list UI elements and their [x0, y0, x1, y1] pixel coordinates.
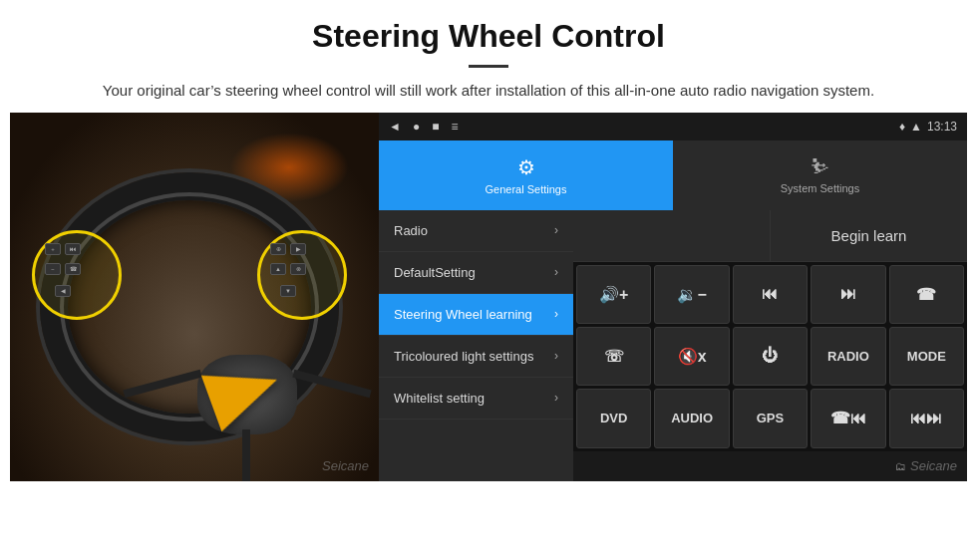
begin-learn-button[interactable]: Begin learn: [770, 210, 967, 261]
left-menu: Radio › DefaultSetting › Steering Wheel …: [379, 210, 573, 481]
ctrl-power[interactable]: ⏻: [733, 327, 808, 386]
menu-item-default-setting[interactable]: DefaultSetting ›: [379, 252, 573, 294]
audio-label: AUDIO: [671, 411, 713, 425]
status-bar-left: ◄ ● ■ ≡: [389, 120, 458, 134]
page-header: Steering Wheel Control Your original car…: [0, 0, 977, 113]
gps-label: GPS: [757, 411, 784, 425]
bottom-bar: 🗂 Seicane: [573, 451, 967, 481]
begin-learn-empty: [573, 210, 770, 261]
ctrl-dvd[interactable]: DVD: [576, 389, 651, 447]
system-icon: ⛷: [811, 155, 830, 178]
chevron-icon: ›: [554, 307, 558, 321]
sw-btn-r1: ⊕: [270, 243, 286, 255]
spoke-bottom: [242, 429, 250, 481]
bottom-icon: 🗂: [895, 460, 906, 472]
sw-btn-r4: ⊗: [290, 263, 306, 275]
sw-btn-prev: ⏮: [65, 243, 81, 255]
watermark: Seicane: [322, 458, 369, 473]
menu-item-radio[interactable]: Radio ›: [379, 210, 573, 252]
menu-content-area: Radio › DefaultSetting › Steering Wheel …: [379, 210, 967, 481]
menu-steering-label: Steering Wheel learning: [394, 307, 532, 322]
ctrl-vol-down[interactable]: 🔉−: [654, 265, 729, 324]
power-icon: ⏻: [762, 347, 778, 365]
chevron-icon: ›: [554, 223, 558, 237]
mute-icon: 🔇x: [678, 347, 707, 366]
radio-label: RADIO: [827, 349, 869, 364]
sw-btn-r2: ▶: [290, 243, 306, 255]
ctrl-mode[interactable]: MODE: [889, 327, 964, 386]
page-title: Steering Wheel Control: [60, 18, 917, 55]
recent-icon: ■: [432, 120, 439, 134]
phone-prev-icon: ☎⏮: [830, 409, 866, 427]
location-icon: ♦: [899, 120, 905, 134]
status-bar-right: ♦ ▲ 13:13: [899, 120, 957, 134]
menu-default-label: DefaultSetting: [394, 265, 476, 280]
tab-general-settings[interactable]: ⚙ General Settings: [379, 140, 673, 210]
vol-down-icon: 🔉−: [677, 285, 706, 304]
chevron-icon: ›: [554, 349, 558, 363]
ctrl-phone[interactable]: ☎: [889, 265, 964, 324]
arrow-shape: [201, 351, 287, 430]
title-divider: [469, 65, 508, 68]
tab-system-settings[interactable]: ⛷ System Settings: [673, 140, 967, 210]
mode-label: MODE: [907, 349, 946, 364]
next-track-icon: ⏭: [840, 285, 856, 303]
ctrl-phone-next[interactable]: ⏮⏭: [889, 389, 964, 447]
main-content: + ⏮ − ☎ ◀ ⊕ ▶ ▲ ⊗ ▼ Seicane ◄ ● ■ ≡: [10, 113, 967, 481]
begin-learn-row: Begin learn: [573, 210, 967, 262]
sw-btn-r5: ▼: [280, 285, 296, 297]
arrow-indicator: [209, 362, 329, 421]
sw-btn-r3: ▲: [270, 263, 286, 275]
clock: 13:13: [927, 120, 957, 134]
tab-general-label: General Settings: [486, 183, 567, 195]
button-cluster-left: + ⏮ − ☎ ◀: [32, 230, 122, 320]
sw-btn-vol-up: +: [45, 243, 61, 255]
menu-icon: ≡: [451, 120, 458, 134]
back-icon: ◄: [389, 120, 401, 134]
ctrl-audio[interactable]: AUDIO: [654, 389, 729, 447]
ctrl-prev-track[interactable]: ⏮: [733, 265, 808, 324]
seicane-logo: Seicane: [910, 458, 957, 473]
gear-icon: ⚙: [517, 155, 535, 179]
ctrl-radio[interactable]: RADIO: [811, 327, 885, 386]
menu-tricoloured-label: Tricoloured light settings: [394, 349, 533, 364]
phone-next-icon: ⏮⏭: [910, 410, 942, 427]
chevron-icon: ›: [554, 391, 558, 405]
menu-item-tricoloured[interactable]: Tricoloured light settings ›: [379, 336, 573, 378]
ctrl-mute[interactable]: 🔇x: [654, 327, 729, 386]
menu-radio-label: Radio: [394, 223, 428, 238]
status-bar: ◄ ● ■ ≡ ♦ ▲ 13:13: [379, 113, 967, 140]
vol-up-icon: 🔊+: [599, 285, 628, 304]
page-subtitle: Your original car’s steering wheel contr…: [60, 80, 917, 103]
signal-icon: ▲: [910, 120, 922, 134]
control-grid: 🔊+ 🔉− ⏮ ⏭ ☎ ☏: [573, 262, 967, 451]
sw-btn-call: ☎: [65, 263, 81, 275]
phone-icon: ☎: [916, 285, 936, 304]
menu-whitelist-label: Whitelist setting: [394, 391, 485, 406]
ctrl-vol-up[interactable]: 🔊+: [576, 265, 651, 324]
car-image: + ⏮ − ☎ ◀ ⊕ ▶ ▲ ⊗ ▼ Seicane: [10, 113, 379, 481]
call-answer-icon: ☏: [604, 347, 624, 366]
right-content-panel: Begin learn 🔊+ 🔉− ⏮ ⏭: [573, 210, 967, 481]
sw-btn-vol-down: −: [45, 263, 61, 275]
tab-system-label: System Settings: [781, 182, 859, 194]
menu-item-steering-wheel[interactable]: Steering Wheel learning ›: [379, 294, 573, 336]
button-cluster-right: ⊕ ▶ ▲ ⊗ ▼: [257, 230, 347, 320]
android-ui: ◄ ● ■ ≡ ♦ ▲ 13:13 ⚙ General Settings ⛷ S…: [379, 113, 967, 481]
tab-bar[interactable]: ⚙ General Settings ⛷ System Settings: [379, 140, 967, 210]
ctrl-call-answer[interactable]: ☏: [576, 327, 651, 386]
menu-item-whitelist[interactable]: Whitelist setting ›: [379, 378, 573, 420]
ctrl-phone-prev[interactable]: ☎⏮: [811, 389, 885, 447]
sw-btn-mode: ◀: [55, 285, 71, 297]
prev-track-icon: ⏮: [762, 285, 778, 303]
chevron-icon: ›: [554, 265, 558, 279]
dvd-label: DVD: [600, 411, 627, 425]
ctrl-gps[interactable]: GPS: [733, 389, 808, 447]
home-icon: ●: [413, 120, 420, 134]
spoke-left: [123, 369, 201, 397]
begin-learn-label: Begin learn: [831, 227, 907, 244]
ctrl-next-track[interactable]: ⏭: [811, 265, 885, 324]
